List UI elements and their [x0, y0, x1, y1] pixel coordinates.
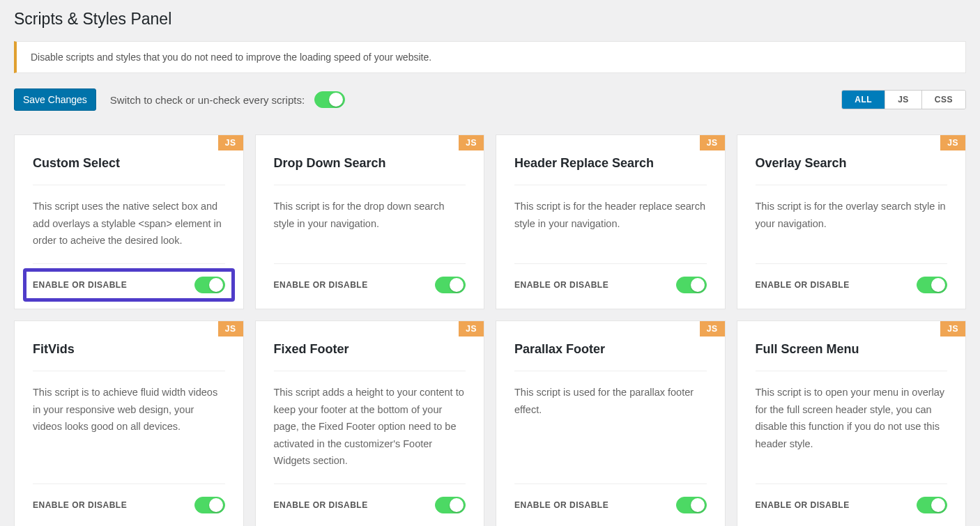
- filter-tab-js[interactable]: JS: [885, 91, 921, 109]
- card-title: Header Replace Search: [514, 156, 707, 185]
- enable-label: ENABLE OR DISABLE: [33, 280, 127, 290]
- card-description: This script is to open your menu in over…: [756, 371, 948, 484]
- card-title: Drop Down Search: [274, 156, 466, 185]
- card-footer: ENABLE OR DISABLE: [33, 263, 225, 293]
- card-full-screen-menu: JS Full Screen Menu This script is to op…: [737, 320, 967, 526]
- card-title: Overlay Search: [756, 156, 948, 185]
- card-description: This script is for the drop down search …: [274, 185, 466, 263]
- card-description: This script is for the header replace se…: [514, 185, 707, 263]
- card-title: FitVids: [33, 342, 225, 371]
- enable-toggle[interactable]: [917, 277, 947, 293]
- card-overlay-search: JS Overlay Search This script is for the…: [737, 134, 967, 309]
- type-badge: JS: [218, 321, 243, 337]
- card-title: Custom Select: [33, 156, 225, 185]
- type-badge: JS: [700, 135, 725, 150]
- card-fitvids: JS FitVids This script is to achieve flu…: [14, 320, 244, 526]
- enable-label: ENABLE OR DISABLE: [33, 500, 127, 510]
- card-description: This script is used for the parallax foo…: [514, 371, 707, 484]
- enable-toggle[interactable]: [194, 497, 225, 513]
- card-fixed-footer: JS Fixed Footer This script adds a heigh…: [255, 320, 485, 526]
- filter-tabs: ALL JS CSS: [841, 90, 966, 109]
- card-footer: ENABLE OR DISABLE: [274, 484, 466, 513]
- enable-toggle[interactable]: [917, 497, 947, 513]
- card-title: Full Screen Menu: [756, 342, 948, 371]
- save-button[interactable]: Save Changes: [14, 88, 96, 111]
- master-toggle[interactable]: [314, 91, 345, 108]
- enable-label: ENABLE OR DISABLE: [274, 280, 368, 290]
- card-footer: ENABLE OR DISABLE: [514, 263, 707, 293]
- info-notice: Disable scripts and styles that you do n…: [14, 41, 966, 73]
- card-description: This script is for the overlay search st…: [756, 185, 948, 263]
- enable-toggle[interactable]: [435, 497, 466, 513]
- card-footer: ENABLE OR DISABLE: [274, 263, 466, 293]
- card-footer: ENABLE OR DISABLE: [756, 484, 948, 513]
- type-badge: JS: [459, 321, 484, 337]
- card-drop-down-search: JS Drop Down Search This script is for t…: [255, 134, 485, 309]
- toolbar: Save Changes Switch to check or un-check…: [14, 88, 966, 111]
- type-badge: JS: [940, 321, 965, 337]
- card-description: This script uses the native select box a…: [33, 185, 225, 263]
- card-description: This script is to achieve fluid width vi…: [33, 371, 225, 484]
- card-title: Fixed Footer: [274, 342, 466, 371]
- type-badge: JS: [459, 135, 484, 150]
- card-footer: ENABLE OR DISABLE: [514, 484, 707, 513]
- filter-tab-all[interactable]: ALL: [842, 91, 885, 109]
- enable-toggle[interactable]: [676, 497, 707, 513]
- enable-label: ENABLE OR DISABLE: [756, 280, 850, 290]
- enable-toggle[interactable]: [676, 277, 707, 293]
- type-badge: JS: [700, 321, 725, 337]
- page-title: Scripts & Styles Panel: [14, 10, 966, 29]
- enable-toggle[interactable]: [435, 277, 466, 293]
- enable-label: ENABLE OR DISABLE: [514, 500, 608, 510]
- card-parallax-footer: JS Parallax Footer This script is used f…: [496, 320, 726, 526]
- filter-tab-css[interactable]: CSS: [921, 91, 965, 109]
- master-toggle-label: Switch to check or un-check every script…: [110, 94, 305, 106]
- enable-label: ENABLE OR DISABLE: [756, 500, 850, 510]
- scripts-grid: JS Custom Select This script uses the na…: [14, 134, 966, 526]
- enable-toggle[interactable]: [194, 277, 225, 293]
- enable-label: ENABLE OR DISABLE: [274, 500, 368, 510]
- card-footer: ENABLE OR DISABLE: [33, 484, 225, 513]
- type-badge: JS: [218, 135, 243, 150]
- enable-label: ENABLE OR DISABLE: [514, 280, 608, 290]
- card-custom-select: JS Custom Select This script uses the na…: [14, 134, 244, 309]
- card-title: Parallax Footer: [514, 342, 707, 371]
- card-description: This script adds a height to your conten…: [274, 371, 466, 484]
- card-header-replace-search: JS Header Replace Search This script is …: [496, 134, 726, 309]
- card-footer: ENABLE OR DISABLE: [756, 263, 948, 293]
- type-badge: JS: [940, 135, 965, 150]
